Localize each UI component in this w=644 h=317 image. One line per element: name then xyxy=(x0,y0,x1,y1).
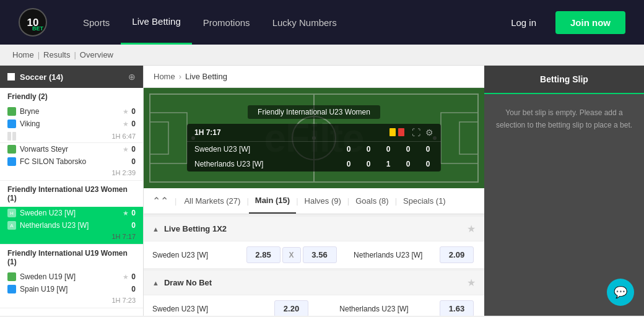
match-score: 0 xyxy=(131,119,136,128)
team-icon-active1: H xyxy=(7,209,16,217)
login-button[interactable]: Log in xyxy=(501,12,546,33)
score-val: 0 xyxy=(422,145,433,154)
team-name: Spain U19 [W] xyxy=(20,285,131,293)
odds-row-dnb: Sweden U23 [W] 2.20 Netherlands U23 [W] … xyxy=(144,295,484,316)
section-star-icon[interactable]: ★ xyxy=(467,277,476,289)
list-item-active2[interactable]: A Netherlands U23 [W] 0 xyxy=(0,219,143,232)
star-icon[interactable]: ★ xyxy=(123,108,129,116)
odds-btn-home-dnb[interactable]: 2.20 xyxy=(274,300,308,316)
odds-away-team-dnb: Netherlands U23 [W] xyxy=(310,305,438,313)
breadcrumb-home[interactable]: Home xyxy=(12,50,34,59)
odds-btn-draw[interactable]: 3.56 xyxy=(303,246,337,263)
top-breadcrumb: Home | Results | Overview xyxy=(0,45,644,66)
star-icon[interactable]: ★ xyxy=(123,120,129,128)
list-item[interactable]: FC SILON Taborsko 0 xyxy=(0,155,143,168)
nav-promotions[interactable]: Promotions xyxy=(192,0,261,45)
chevron-down-icon: ▲ xyxy=(152,225,159,233)
join-button[interactable]: Join now xyxy=(555,11,625,34)
team-icon-active2: A xyxy=(7,221,16,230)
chevron-down-icon: ▲ xyxy=(152,279,159,287)
main-layout: Soccer (14) ⊕ Friendly (2) Bryne ★ 0 Vik… xyxy=(0,66,644,316)
logo-bet: BET xyxy=(32,25,43,32)
chat-fab[interactable]: 💬 xyxy=(607,279,634,306)
score-val: 1 xyxy=(383,160,394,168)
odds-btn-home[interactable]: 2.85 xyxy=(246,246,281,263)
betting-section-1x2: ▲ Live Betting 1X2 ★ Sweden U23 [W] 2.85… xyxy=(144,217,484,268)
scoreboard-header: 1H 7:17 ⛶ ⚙ xyxy=(187,124,441,142)
section-u23-title: Friendly International U23 Women (1) xyxy=(0,181,143,207)
odds-btn-away[interactable]: 2.09 xyxy=(440,246,474,263)
team-icon-blue3 xyxy=(7,285,16,293)
content-current: Live Betting xyxy=(185,72,227,81)
match-time-active: 1H 7:17 xyxy=(0,232,143,244)
score-cols-1: 0 0 0 0 0 xyxy=(343,145,433,154)
odds-x-label[interactable]: X xyxy=(282,247,301,263)
nav-sports[interactable]: Sports xyxy=(72,0,121,45)
score-team2: Netherlands U23 [W] xyxy=(194,160,343,168)
breadcrumb-results[interactable]: Results xyxy=(43,50,70,59)
tab-main[interactable]: Main (15) xyxy=(249,188,296,214)
sidebar-pin-icon[interactable]: ⊕ xyxy=(128,72,136,82)
score-val: 0 xyxy=(383,145,394,154)
list-item[interactable]: Spain U19 [W] 0 xyxy=(0,283,143,295)
list-item[interactable]: Sweden U19 [W] ★ 0 xyxy=(0,271,143,283)
collapse-icon[interactable]: ⌃⌃ xyxy=(147,189,173,213)
odds-team-left: Sweden U23 [W] xyxy=(152,251,245,259)
section-friendly-title: Friendly (2) xyxy=(0,88,143,105)
scoreboard: 1H 7:17 ⛶ ⚙ Sweden U23 [W] 0 0 0 0 xyxy=(187,124,441,172)
slip-empty-message: Your bet slip is empty. Please add a sel… xyxy=(494,106,634,132)
match-time: 1H 2:39 xyxy=(0,168,143,180)
match-time: 1H 7:23 xyxy=(0,295,143,308)
header-actions: Log in Join now xyxy=(501,11,625,34)
star-icon[interactable]: ★ xyxy=(123,273,129,281)
odds-row-1x2: Sweden U23 [W] 2.85 X 3.56 Netherlands U… xyxy=(144,241,484,268)
nav-lucky-numbers[interactable]: Lucky Numbers xyxy=(261,0,348,45)
score-val: 0 xyxy=(363,160,374,168)
yellow-card xyxy=(389,128,396,136)
match-score: 0 xyxy=(131,285,136,293)
list-item[interactable]: Bryne ★ 0 xyxy=(0,105,143,118)
section-u23-women: Friendly International U23 Women (1) H S… xyxy=(0,181,143,245)
sidebar: Soccer (14) ⊕ Friendly (2) Bryne ★ 0 Vik… xyxy=(0,66,144,316)
betting-slip: Betting Slip Your bet slip is empty. Ple… xyxy=(484,66,644,316)
tab-specials[interactable]: Specials (1) xyxy=(397,189,452,213)
tab-all-markets[interactable]: All Markets (27) xyxy=(178,189,246,213)
scoreboard-row-2: Netherlands U23 [W] 0 0 1 0 0 xyxy=(187,157,441,172)
score-val: 0 xyxy=(343,160,354,168)
slip-title: Betting Slip xyxy=(540,74,588,84)
section-star-icon[interactable]: ★ xyxy=(467,223,476,235)
list-item[interactable]: Viking ★ 0 xyxy=(0,118,143,130)
market-sep0: | xyxy=(175,196,176,206)
content-area: Home › Live Betting eFilte Friendly Inte xyxy=(144,66,484,316)
list-item[interactable]: 1H 6:47 xyxy=(0,130,143,142)
breadcrumb-overview[interactable]: Overview xyxy=(80,50,113,59)
match-score: 0 xyxy=(131,157,136,166)
score-icon2: ⚙ xyxy=(425,128,433,137)
content-home-link[interactable]: Home xyxy=(154,72,175,81)
section-friendly: Friendly (2) Bryne ★ 0 Viking ★ 0 xyxy=(0,88,143,143)
odds-btn-away-dnb[interactable]: 1.63 xyxy=(440,300,474,316)
logo[interactable]: 10 BET xyxy=(19,8,47,37)
team-name-active2: Netherlands U23 [W] xyxy=(20,221,131,230)
nav-live-betting[interactable]: Live Betting xyxy=(121,0,191,45)
star-icon[interactable]: ★ xyxy=(123,209,129,217)
section-header-1x2[interactable]: ▲ Live Betting 1X2 ★ xyxy=(144,217,484,241)
section-header-dnb[interactable]: ▲ Draw No Bet ★ xyxy=(144,271,484,295)
score-icon1: ⛶ xyxy=(412,128,420,137)
odds-team-left-dnb: Sweden U23 [W] xyxy=(152,305,272,313)
card-icons: ⛶ ⚙ xyxy=(389,128,433,137)
main-nav: Sports Live Betting Promotions Lucky Num… xyxy=(72,0,501,45)
soccer-icon xyxy=(7,73,15,80)
team-icon-blue xyxy=(7,119,16,128)
tab-goals[interactable]: Goals (8) xyxy=(349,189,394,213)
star-icon[interactable]: ★ xyxy=(123,145,129,154)
multi-icon xyxy=(7,132,16,141)
team-icon-green2 xyxy=(7,145,16,154)
list-item-active[interactable]: H Sweden U23 [W] ★ 0 xyxy=(0,207,143,219)
list-item[interactable]: Vorwarts Steyr ★ 0 xyxy=(0,143,143,155)
tab-halves[interactable]: Halves (9) xyxy=(298,189,347,213)
team-icon-green xyxy=(7,107,16,116)
betting-section-dnb: ▲ Draw No Bet ★ Sweden U23 [W] 2.20 Neth… xyxy=(144,271,484,316)
game-time: 1H 7:17 xyxy=(194,128,389,137)
chat-icon: 💬 xyxy=(614,285,627,299)
